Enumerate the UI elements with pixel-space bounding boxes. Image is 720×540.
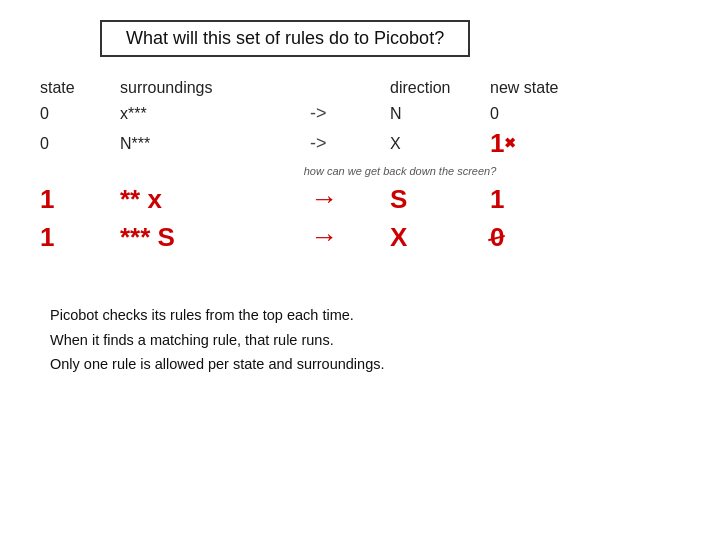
page-title: What will this set of rules do to Picobo… [126,28,444,48]
hw-row2-surr: *** S [120,222,310,253]
table-row: 0 x*** -> N 0 [40,103,680,124]
bottom-line-2: When it finds a matching rule, that rule… [50,328,680,353]
handwritten-section: 1 ** x → S 1 1 *** S → X 0 [40,183,680,293]
row2-new-state: 1✖ [490,128,600,159]
col-header-new-state: new state [490,79,600,97]
hw-row-1: 1 ** x → S 1 [40,183,680,215]
row2-surroundings: N*** [120,135,310,153]
page-container: What will this set of rules do to Picobo… [0,0,720,540]
table-row: 0 N*** -> X 1✖ [40,128,680,159]
hw-row2-new: 0 [490,222,600,253]
row2-state: 0 [40,135,120,153]
bottom-text-block: Picobot checks its rules from the top ea… [50,303,680,377]
hw-row-2: 1 *** S → X 0 [40,221,680,253]
row1-state: 0 [40,105,120,123]
row2-new-state-hw: 1✖ [490,128,516,158]
bottom-line-3: Only one rule is allowed per state and s… [50,352,680,377]
hw-row1-state: 1 [40,184,120,215]
row1-direction: N [390,105,490,123]
hw-row2-state: 1 [40,222,120,253]
hw-row1-arrow: → [310,183,390,215]
row1-arrow: -> [310,103,390,124]
hw-row2-dir: X [390,222,490,253]
header-row: state surroundings direction new state [40,79,680,97]
hw-row1-new: 1 [490,184,600,215]
row2-arrow: -> [310,133,390,154]
hw-row2-new-crossed: 0 [490,222,504,253]
col-header-surroundings: surroundings [120,79,310,97]
hw-row1-surr: ** x [120,184,310,215]
bottom-line-1: Picobot checks its rules from the top ea… [50,303,680,328]
col-header-direction: direction [390,79,490,97]
hw-row1-dir: S [390,184,490,215]
row2-direction: X [390,135,490,153]
title-box: What will this set of rules do to Picobo… [100,20,470,57]
handwritten-note: how can we get back down the screen? [120,165,680,177]
col-header-state: state [40,79,120,97]
hw-row2-arrow: → [310,221,390,253]
row1-new-state: 0 [490,105,600,123]
row1-surroundings: x*** [120,105,310,123]
